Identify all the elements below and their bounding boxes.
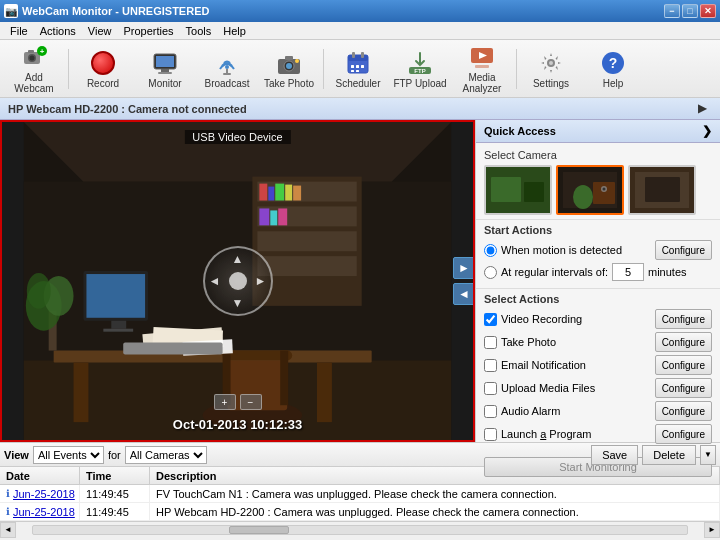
menu-help[interactable]: Help <box>217 24 252 38</box>
camera-filter-select[interactable]: All Cameras <box>125 446 207 464</box>
upload-media-configure-button[interactable]: Configure <box>655 378 712 398</box>
zoom-in-button[interactable]: + <box>214 394 236 410</box>
upload-media-row: Upload Media Files Configure <box>484 378 712 398</box>
delete-dropdown-arrow[interactable]: ▼ <box>700 445 716 465</box>
sidebar-toggle-arrows: ► ◄ <box>453 257 475 305</box>
minimize-button[interactable]: − <box>664 4 680 18</box>
event-date-2: ℹ Jun-25-2018 <box>0 503 80 520</box>
select-camera-label: Select Camera <box>484 149 712 161</box>
ftp-upload-button[interactable]: FTP FTP Upload <box>390 44 450 94</box>
settings-button[interactable]: Settings <box>521 44 581 94</box>
nav-down-arrow[interactable]: ▼ <box>232 296 244 310</box>
interval-label: At regular intervals of: <box>501 266 608 278</box>
app-icon: 📷 <box>4 4 18 18</box>
scheduler-button[interactable]: Scheduler <box>328 44 388 94</box>
monitor-label: Monitor <box>148 78 181 89</box>
motion-detected-radio[interactable] <box>484 244 497 257</box>
interval-value-input[interactable] <box>612 263 644 281</box>
svg-point-2 <box>30 56 35 61</box>
svg-rect-73 <box>524 182 544 202</box>
quick-access-panel: Quick Access ❯ Select Camera <box>475 120 720 442</box>
save-button[interactable]: Save <box>591 445 638 465</box>
motion-configure-button[interactable]: Configure <box>655 240 712 260</box>
nav-right-arrow[interactable]: ► <box>255 274 267 288</box>
menu-bar: File Actions View Properties Tools Help <box>0 22 720 40</box>
nav-up-arrow[interactable]: ▲ <box>232 252 244 266</box>
email-notification-checkbox[interactable] <box>484 359 497 372</box>
svg-rect-25 <box>351 70 354 72</box>
add-webcam-button[interactable]: + Add Webcam <box>4 44 64 94</box>
take-photo-action-checkbox[interactable] <box>484 336 497 349</box>
description-column-header: Description <box>150 467 720 484</box>
menu-file[interactable]: File <box>4 24 34 38</box>
sidebar-collapse-arrow[interactable]: ◄ <box>453 283 475 305</box>
menu-properties[interactable]: Properties <box>117 24 179 38</box>
svg-point-33 <box>549 61 553 65</box>
record-label: Record <box>87 78 119 89</box>
svg-rect-11 <box>226 69 228 73</box>
event-filter-bar: View All Events for All Cameras Save Del… <box>0 443 720 467</box>
quick-access-chevron[interactable]: ❯ <box>702 124 712 138</box>
svg-point-17 <box>295 59 299 63</box>
scroll-track[interactable] <box>32 525 688 535</box>
scroll-thumb[interactable] <box>229 526 289 534</box>
scheduler-label: Scheduler <box>335 78 380 89</box>
for-label: for <box>108 449 121 461</box>
launch-program-configure-button[interactable]: Configure <box>655 424 712 444</box>
status-bar: HP Webcam HD-2200 : Camera not connected… <box>0 98 720 120</box>
menu-view[interactable]: View <box>82 24 118 38</box>
menu-tools[interactable]: Tools <box>180 24 218 38</box>
event-desc-1: FV TouchCam N1 : Camera was unplugged. P… <box>150 485 720 502</box>
ftp-upload-label: FTP Upload <box>393 78 446 89</box>
camera-thumb-2[interactable] <box>556 165 624 215</box>
email-notification-row: Email Notification Configure <box>484 355 712 375</box>
maximize-button[interactable]: □ <box>682 4 698 18</box>
video-recording-checkbox[interactable] <box>484 313 497 326</box>
select-actions-title: Select Actions <box>484 293 712 305</box>
nav-left-arrow[interactable]: ◄ <box>209 274 221 288</box>
audio-alarm-checkbox[interactable] <box>484 405 497 418</box>
svg-rect-52 <box>74 362 89 422</box>
record-button[interactable]: Record <box>73 44 133 94</box>
svg-rect-59 <box>103 329 133 332</box>
close-button[interactable]: ✕ <box>700 4 716 18</box>
upload-media-checkbox[interactable] <box>484 382 497 395</box>
take-photo-action-label: Take Photo <box>501 336 556 348</box>
start-actions-section: Start Actions When motion is detected Co… <box>476 219 720 288</box>
event-date-value-2[interactable]: Jun-25-2018 <box>13 506 75 518</box>
media-analyzer-button[interactable]: Media Analyzer <box>452 44 512 94</box>
broadcast-button[interactable]: Broadcast <box>197 44 257 94</box>
navigation-controls[interactable]: ▲ ▼ ◄ ► <box>203 246 273 316</box>
camera-thumb-1[interactable] <box>484 165 552 215</box>
monitor-button[interactable]: Monitor <box>135 44 195 94</box>
delete-button[interactable]: Delete <box>642 445 696 465</box>
minutes-label: minutes <box>648 266 687 278</box>
zoom-out-button[interactable]: − <box>240 394 262 410</box>
take-photo-label: Take Photo <box>264 78 314 89</box>
interval-radio[interactable] <box>484 266 497 279</box>
event-date-value-1[interactable]: Jun-25-2018 <box>13 488 75 500</box>
audio-alarm-configure-button[interactable]: Configure <box>655 401 712 421</box>
camera-thumb-3[interactable] <box>628 165 696 215</box>
menu-actions[interactable]: Actions <box>34 24 82 38</box>
video-recording-configure-button[interactable]: Configure <box>655 309 712 329</box>
take-photo-button[interactable]: Take Photo <box>259 44 319 94</box>
broadcast-label: Broadcast <box>204 78 249 89</box>
time-column-header: Time <box>80 467 150 484</box>
email-configure-button[interactable]: Configure <box>655 355 712 375</box>
svg-point-15 <box>286 63 292 69</box>
take-photo-configure-button[interactable]: Configure <box>655 332 712 352</box>
quick-access-header: Quick Access ❯ <box>476 120 720 143</box>
svg-point-63 <box>27 273 51 309</box>
camera-thumbnail-list <box>484 165 712 215</box>
status-expand-button[interactable]: ▶ <box>692 99 712 119</box>
event-filter-select[interactable]: All Events <box>33 446 104 464</box>
sidebar-expand-arrow[interactable]: ► <box>453 257 475 279</box>
nav-center[interactable] <box>229 272 247 290</box>
svg-text:+: + <box>40 47 45 56</box>
scroll-right-button[interactable]: ► <box>704 522 720 538</box>
launch-program-checkbox[interactable] <box>484 428 497 441</box>
help-button[interactable]: ? Help <box>583 44 643 94</box>
help-icon: ? <box>602 52 624 74</box>
scroll-left-button[interactable]: ◄ <box>0 522 16 538</box>
